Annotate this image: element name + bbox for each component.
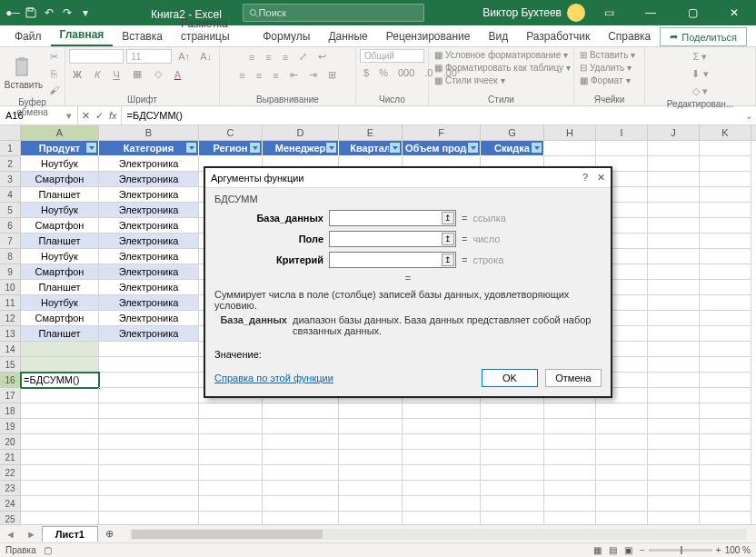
search-box[interactable] bbox=[243, 4, 424, 22]
row-header[interactable]: 24 bbox=[0, 496, 21, 512]
cell[interactable] bbox=[648, 403, 700, 419]
cell[interactable] bbox=[99, 450, 199, 465]
cell[interactable] bbox=[544, 465, 596, 481]
cell[interactable]: Продукт bbox=[21, 141, 99, 156]
qat-dropdown-icon[interactable]: ▾ bbox=[78, 5, 93, 20]
row-header[interactable]: 8 bbox=[0, 249, 21, 264]
cell[interactable]: Планшет bbox=[21, 234, 99, 249]
tab-file[interactable]: Файл bbox=[5, 26, 51, 46]
cell[interactable] bbox=[544, 141, 596, 156]
cell[interactable] bbox=[700, 264, 751, 280]
search-input[interactable] bbox=[259, 7, 419, 18]
zoom-out-icon[interactable]: − bbox=[640, 545, 645, 555]
cell[interactable]: Регион bbox=[199, 141, 263, 156]
cell[interactable] bbox=[21, 403, 99, 419]
delete-cells-button[interactable]: ⊟ Удалить ▾ bbox=[578, 62, 633, 74]
cell[interactable] bbox=[481, 419, 544, 434]
cell[interactable]: Электроника bbox=[99, 249, 199, 264]
align-top-icon[interactable]: ≡ bbox=[245, 49, 258, 65]
align-right-icon[interactable]: ≡ bbox=[269, 67, 282, 83]
cell[interactable] bbox=[263, 450, 339, 465]
insert-cells-button[interactable]: ⊞ Вставить ▾ bbox=[578, 49, 637, 61]
name-box-dropdown-icon[interactable]: ▾ bbox=[66, 110, 72, 122]
cell[interactable] bbox=[648, 295, 700, 311]
cell[interactable] bbox=[648, 419, 700, 434]
percent-icon[interactable]: % bbox=[375, 65, 392, 80]
cell[interactable] bbox=[199, 434, 263, 450]
row-header[interactable]: 10 bbox=[0, 280, 21, 295]
filter-dropdown-icon[interactable] bbox=[531, 142, 542, 154]
indent-inc-icon[interactable]: ⇥ bbox=[305, 67, 321, 83]
cell[interactable] bbox=[481, 496, 544, 512]
cell[interactable] bbox=[648, 373, 700, 388]
column-header[interactable]: F bbox=[403, 125, 481, 140]
cell[interactable] bbox=[403, 450, 481, 465]
column-header[interactable]: K bbox=[700, 125, 751, 140]
cancel-button[interactable]: Отмена bbox=[545, 369, 602, 387]
cell[interactable] bbox=[648, 450, 700, 465]
fx-icon[interactable]: fx bbox=[109, 110, 117, 121]
cell[interactable] bbox=[648, 481, 700, 496]
arg3-input[interactable]: ↥ bbox=[329, 252, 456, 268]
cell[interactable] bbox=[199, 450, 263, 465]
cell[interactable] bbox=[481, 481, 544, 496]
cell[interactable] bbox=[544, 481, 596, 496]
cell[interactable] bbox=[700, 342, 751, 357]
cell[interactable] bbox=[648, 172, 700, 187]
cell[interactable] bbox=[700, 465, 751, 481]
row-header[interactable]: 22 bbox=[0, 465, 21, 481]
maximize-button[interactable]: ▢ bbox=[674, 0, 711, 25]
cell[interactable]: Категория bbox=[99, 141, 199, 156]
filter-dropdown-icon[interactable] bbox=[389, 142, 401, 154]
cell[interactable] bbox=[339, 496, 403, 512]
cell[interactable] bbox=[700, 419, 751, 434]
row-header[interactable]: 1 bbox=[0, 141, 21, 156]
cell[interactable]: Электроника bbox=[99, 264, 199, 280]
cell[interactable] bbox=[700, 249, 751, 264]
cell[interactable] bbox=[21, 465, 99, 481]
font-size-combo[interactable]: 11 bbox=[126, 49, 172, 64]
ribbon-options-icon[interactable]: ▭ bbox=[591, 0, 627, 25]
row-header[interactable]: 20 bbox=[0, 434, 21, 450]
cell[interactable] bbox=[596, 434, 648, 450]
arg2-input[interactable]: ↥ bbox=[329, 231, 456, 247]
dialog-help-icon[interactable]: ? bbox=[582, 172, 588, 184]
cell[interactable] bbox=[21, 357, 99, 373]
row-header[interactable]: 21 bbox=[0, 450, 21, 465]
user-avatar-icon[interactable] bbox=[567, 4, 585, 22]
cell[interactable] bbox=[481, 465, 544, 481]
cell[interactable] bbox=[99, 496, 199, 512]
cell[interactable] bbox=[596, 465, 648, 481]
row-header[interactable]: 4 bbox=[0, 187, 21, 203]
cell[interactable] bbox=[648, 357, 700, 373]
close-button[interactable]: ✕ bbox=[716, 0, 752, 25]
cell[interactable]: Электроника bbox=[99, 172, 199, 187]
cell[interactable] bbox=[648, 342, 700, 357]
cell[interactable] bbox=[700, 234, 751, 249]
tab-review[interactable]: Рецензирование bbox=[377, 26, 480, 46]
cell[interactable] bbox=[648, 496, 700, 512]
indent-dec-icon[interactable]: ⇤ bbox=[286, 67, 302, 83]
cell[interactable]: Смартфон bbox=[21, 311, 99, 326]
cell[interactable] bbox=[648, 280, 700, 295]
column-header[interactable]: E bbox=[339, 125, 403, 140]
cell[interactable] bbox=[403, 434, 481, 450]
cell[interactable] bbox=[700, 280, 751, 295]
cell[interactable] bbox=[263, 481, 339, 496]
cell[interactable] bbox=[648, 311, 700, 326]
cell[interactable] bbox=[596, 450, 648, 465]
function-help-link[interactable]: Справка по этой функции bbox=[214, 373, 333, 383]
cell[interactable] bbox=[700, 481, 751, 496]
font-color-icon[interactable]: A bbox=[171, 66, 184, 82]
row-header[interactable]: 2 bbox=[0, 156, 21, 172]
cell[interactable]: Ноутбук bbox=[21, 203, 99, 218]
cell[interactable]: Квартал bbox=[339, 141, 403, 156]
cell[interactable] bbox=[21, 450, 99, 465]
cell[interactable]: Планшет bbox=[21, 187, 99, 203]
cell[interactable] bbox=[199, 465, 263, 481]
cell[interactable]: Электроника bbox=[99, 295, 199, 311]
cell[interactable] bbox=[339, 419, 403, 434]
cell[interactable]: Электроника bbox=[99, 187, 199, 203]
cell[interactable] bbox=[700, 357, 751, 373]
cell[interactable] bbox=[21, 434, 99, 450]
